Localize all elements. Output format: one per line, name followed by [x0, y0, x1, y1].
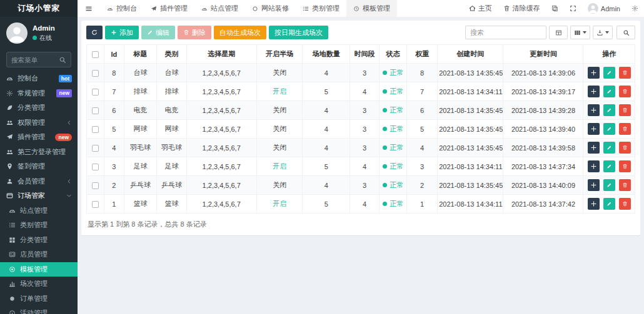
delete-row-button[interactable]	[619, 86, 631, 97]
sidebar-item-checkin[interactable]: 签到管理	[0, 159, 78, 174]
column-header-updated[interactable]: 更新时间	[503, 45, 583, 64]
column-header-weight[interactable]: 权重	[407, 45, 438, 64]
app-logo[interactable]: 订场小管家	[0, 0, 78, 17]
column-header-category[interactable]: 类别	[157, 45, 186, 64]
edit-row-button[interactable]	[603, 198, 615, 210]
sidebar-subitem-sites[interactable]: 站点管理	[0, 204, 78, 218]
toolbar: 添加 编辑 删除 自动生成场次 按日期生成场次	[86, 26, 635, 39]
status-badge: 正常	[380, 64, 407, 82]
sidebar-item-plugins[interactable]: 插件管理 new	[0, 130, 78, 145]
row-checkbox[interactable]	[92, 70, 99, 77]
move-row-button[interactable]	[588, 198, 600, 210]
cell-venues: 4	[303, 64, 350, 82]
fullscreen-button[interactable]	[564, 0, 582, 17]
row-checkbox[interactable]	[92, 201, 99, 208]
add-button[interactable]: 添加	[105, 26, 139, 39]
delete-row-button[interactable]	[619, 179, 631, 191]
trash-icon	[183, 29, 189, 36]
new-badge: new	[55, 134, 72, 142]
sidebar-subitem-activities[interactable]: 活动管理	[0, 306, 78, 314]
clear-cache-button[interactable]: 清除缓存	[498, 0, 546, 17]
delete-row-button[interactable]	[619, 160, 631, 172]
row-checkbox[interactable]	[92, 126, 99, 133]
edit-row-button[interactable]	[603, 86, 615, 97]
toggle-view-button[interactable]	[549, 26, 568, 39]
auto-generate-button[interactable]: 自动生成场次	[214, 26, 266, 39]
sidebar-subitem-orders[interactable]: 订单管理	[0, 292, 78, 307]
sidebar-subitem-categories[interactable]: 分类管理	[0, 233, 78, 248]
refresh-button[interactable]	[86, 26, 103, 39]
sidebar-subitem-sessions[interactable]: 场次管理	[0, 277, 78, 292]
move-row-button[interactable]	[588, 67, 600, 79]
home-link[interactable]: 主页	[463, 0, 498, 17]
sidebar-item-general[interactable]: 常规管理 new	[0, 86, 78, 101]
column-header-created[interactable]: 创建时间	[438, 45, 503, 64]
table-search-input[interactable]	[465, 26, 546, 39]
row-checkbox[interactable]	[92, 145, 99, 152]
delete-row-button[interactable]	[619, 67, 631, 79]
delete-row-button[interactable]	[619, 142, 631, 154]
sidebar-item-booking-manager[interactable]: 订场管家	[0, 189, 78, 204]
user-menu[interactable]: Admin	[582, 0, 626, 17]
tab-templates[interactable]: 模板管理	[346, 0, 397, 17]
sidebar-search-input[interactable]	[11, 56, 59, 64]
tab-console[interactable]: 控制台	[100, 0, 144, 17]
row-checkbox[interactable]	[92, 107, 99, 114]
sidebar-item-console[interactable]: 控制台 hot	[0, 71, 78, 86]
column-header-status[interactable]: 状态	[380, 45, 407, 64]
cell-title: 电竞	[124, 101, 157, 120]
sidebar-toggle-button[interactable]	[78, 0, 100, 17]
sidebar-subitem-types[interactable]: 类别管理	[0, 218, 78, 233]
column-header-id[interactable]: Id	[104, 45, 124, 64]
column-header-half[interactable]: 开启半场	[256, 45, 303, 64]
delete-button[interactable]: 删除	[178, 26, 211, 39]
row-checkbox[interactable]	[92, 164, 99, 170]
row-checkbox[interactable]	[92, 182, 99, 189]
row-checkbox[interactable]	[92, 89, 99, 96]
cell-slots: 3	[350, 64, 379, 82]
avatar[interactable]	[6, 22, 28, 44]
sidebar-subitem-staff[interactable]: 店员管理	[0, 247, 78, 262]
list-icon	[303, 6, 309, 12]
sidebar-item-members[interactable]: 会员管理	[0, 174, 78, 189]
column-header-weekdays[interactable]: 选择星期	[186, 45, 256, 64]
sidebar-item-category[interactable]: 分类管理	[0, 101, 78, 115]
edit-row-button[interactable]	[603, 160, 615, 172]
delete-row-button[interactable]	[619, 198, 631, 210]
delete-row-button[interactable]	[619, 104, 631, 116]
copy-page-button[interactable]	[546, 0, 564, 17]
sidebar-item-permissions[interactable]: 权限管理	[0, 115, 78, 130]
column-header-venues[interactable]: 场地数量	[303, 45, 350, 64]
edit-row-button[interactable]	[603, 104, 615, 116]
cell-weight: 7	[407, 82, 438, 101]
generate-by-date-button[interactable]: 按日期生成场次	[269, 26, 328, 39]
edit-row-button[interactable]	[603, 179, 615, 191]
move-row-button[interactable]	[588, 179, 600, 191]
move-row-button[interactable]	[588, 142, 600, 154]
search-button[interactable]	[616, 26, 635, 39]
cell-weekdays: 1,2,3,4,5,6,7	[186, 120, 256, 139]
sidebar-item-thirdparty-login[interactable]: 第三方登录管理	[0, 145, 78, 160]
column-header-slots[interactable]: 时间段	[350, 45, 379, 64]
move-row-button[interactable]	[588, 160, 600, 172]
move-icon	[591, 89, 596, 94]
move-row-button[interactable]	[588, 104, 600, 116]
export-dropdown-button[interactable]	[593, 26, 613, 39]
move-row-button[interactable]	[588, 123, 600, 135]
column-header-title[interactable]: 标题	[124, 45, 157, 64]
select-all-checkbox[interactable]	[92, 51, 99, 58]
cell-title: 足球	[124, 157, 157, 176]
tab-sites[interactable]: 站点管理	[194, 0, 245, 17]
columns-dropdown-button[interactable]	[570, 26, 590, 39]
edit-button[interactable]: 编辑	[141, 26, 175, 39]
move-row-button[interactable]	[588, 86, 600, 97]
settings-button[interactable]	[626, 0, 644, 17]
edit-row-button[interactable]	[603, 67, 615, 79]
sidebar-subitem-templates[interactable]: 模板管理	[0, 262, 78, 277]
tab-site-decoration[interactable]: 网站装修	[245, 0, 296, 17]
delete-row-button[interactable]	[619, 123, 631, 135]
tab-types[interactable]: 类别管理	[296, 0, 346, 17]
tab-plugins[interactable]: 插件管理	[144, 0, 194, 17]
edit-row-button[interactable]	[603, 123, 615, 135]
edit-row-button[interactable]	[603, 142, 615, 154]
